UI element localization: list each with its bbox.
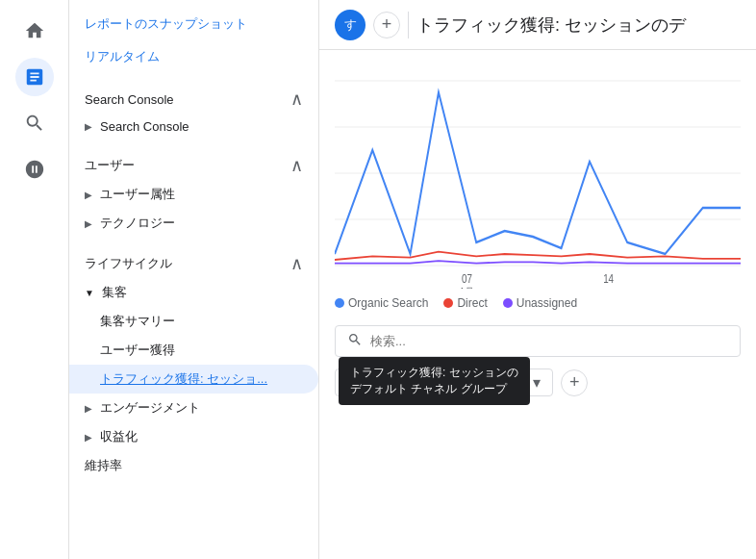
arrow-icon-3: ▶	[85, 218, 92, 229]
tooltip-line2: デフォルト チャネル グループ	[350, 381, 518, 397]
section-lifecycle[interactable]: ライフサイクル ∧	[69, 245, 318, 278]
separator	[408, 12, 409, 38]
filter-add-label: +	[569, 372, 580, 393]
section-title-users: ユーザー	[85, 157, 135, 174]
legend-direct[interactable]: Direct	[443, 296, 487, 310]
arrow-down-icon: ▼	[85, 288, 94, 298]
chart-legend: Organic Search Direct Unassigned	[335, 289, 741, 318]
section-search-console[interactable]: Search Console ∧	[69, 81, 318, 114]
tooltip-line1: トラフィック獲得: セッションの	[350, 365, 518, 381]
nav-item-engagement[interactable]: ▶ エンゲージメント	[69, 394, 318, 422]
nav-label-acquisition-summary: 集客サマリー	[100, 313, 175, 330]
nav-item-user-acquisition[interactable]: ユーザー獲得	[69, 336, 318, 365]
realtime-label: リアルタイム	[85, 49, 160, 64]
arrow-icon-5: ▶	[85, 432, 92, 443]
snapshot-link[interactable]: レポートのスナップショット	[69, 8, 318, 40]
realtime-link[interactable]: リアルタイム	[69, 40, 318, 73]
svg-text:1月: 1月	[460, 286, 474, 289]
page-title: トラフィック獲得: セッションのデ	[416, 13, 686, 37]
chevron-down-icon: ▾	[533, 373, 541, 392]
badge-label: す	[344, 16, 357, 34]
organic-search-dot	[335, 298, 344, 308]
direct-dot	[443, 298, 453, 308]
user-badge[interactable]: す	[335, 10, 365, 40]
advertising-icon[interactable]	[15, 150, 54, 189]
chevron-up-users-icon: ∧	[290, 155, 303, 176]
search-icon	[347, 332, 363, 350]
legend-unassigned[interactable]: Unassigned	[503, 296, 577, 310]
unassigned-dot	[503, 298, 513, 308]
explore-icon[interactable]	[15, 104, 54, 142]
home-icon[interactable]	[15, 12, 54, 50]
filter-add-button[interactable]: +	[561, 369, 588, 396]
arrow-icon-2: ▶	[85, 190, 92, 200]
nav-item-search-console[interactable]: ▶ Search Console	[69, 114, 318, 140]
snapshot-label: レポートのスナップショット	[85, 16, 247, 31]
search-input[interactable]	[370, 334, 728, 348]
nav-label-acquisition: 集客	[102, 284, 127, 301]
section-users[interactable]: ユーザー ∧	[69, 147, 318, 180]
svg-text:14: 14	[603, 272, 614, 285]
svg-text:07: 07	[462, 272, 472, 285]
nav-item-technology[interactable]: ▶ テクノロジー	[69, 209, 318, 238]
chart-container: 07 1月 14	[335, 58, 741, 289]
chevron-up-lifecycle-icon: ∧	[290, 253, 303, 274]
arrow-icon-4: ▶	[85, 403, 92, 414]
nav-label-retention: 維持率	[85, 457, 122, 474]
nav-label-user-acquisition: ユーザー獲得	[100, 342, 175, 359]
direct-label: Direct	[457, 296, 487, 310]
organic-search-label: Organic Search	[348, 296, 428, 310]
nav-item-acquisition[interactable]: ▼ 集客	[69, 278, 318, 307]
icon-sidebar	[0, 0, 69, 559]
search-bar	[335, 325, 741, 357]
section-title-lifecycle: ライフサイクル	[85, 255, 172, 272]
section-title-search-console: Search Console	[85, 92, 174, 107]
nav-label-traffic-acquisition: トラフィック獲得: セッショ...	[100, 370, 267, 388]
chevron-up-icon: ∧	[290, 89, 303, 110]
arrow-icon: ▶	[85, 121, 92, 132]
nav-label-technology: テクノロジー	[100, 215, 175, 232]
chart-area: 07 1月 14 Organic Search Direct	[319, 50, 756, 559]
nav-item-user-attributes[interactable]: ▶ ユーザー属性	[69, 180, 318, 209]
add-comparison-button[interactable]: +	[373, 12, 400, 38]
nav-label-search-console: Search Console	[100, 119, 189, 134]
nav-label-monetization: 収益化	[100, 428, 138, 445]
left-panel: レポートのスナップショット リアルタイム Search Console ∧ ▶ …	[69, 0, 319, 559]
main-content: す + トラフィック獲得: セッションのデ 07 1月 14	[319, 0, 756, 559]
legend-organic-search[interactable]: Organic Search	[335, 296, 428, 310]
reports-icon[interactable]	[15, 58, 54, 96]
nav-item-acquisition-summary[interactable]: 集客サマリー	[69, 307, 318, 336]
nav-item-retention[interactable]: 維持率	[69, 451, 318, 480]
nav-item-traffic-acquisition[interactable]: トラフィック獲得: セッショ...	[69, 365, 318, 394]
nav-label-user-attributes: ユーザー属性	[100, 186, 175, 203]
unassigned-label: Unassigned	[517, 296, 577, 310]
nav-label-engagement: エンゲージメント	[100, 399, 200, 417]
line-chart: 07 1月 14	[335, 58, 741, 289]
nav-item-monetization[interactable]: ▶ 収益化	[69, 422, 318, 451]
add-label: +	[382, 14, 392, 35]
tooltip-box: トラフィック獲得: セッションの デフォルト チャネル グループ	[339, 357, 530, 405]
top-bar: す + トラフィック獲得: セッションのデ	[319, 0, 756, 50]
